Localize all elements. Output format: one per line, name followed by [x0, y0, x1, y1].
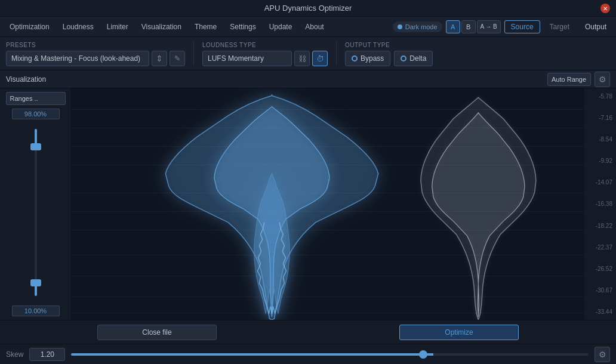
b-button[interactable]: B [461, 20, 476, 33]
target-visualization [421, 97, 536, 320]
db-scale: -5.78 -7.16 -8.54 -9.92 -14.07 -16.38 -1… [583, 88, 616, 320]
app-title: APU Dynamics Optimizer [264, 4, 352, 13]
viz-body: Ranges .. 98.00% 10.00% [0, 88, 616, 320]
db-label-8: -22.37 [587, 244, 612, 251]
skew-slider[interactable] [71, 353, 589, 356]
slider-bottom-value: 10.00% [12, 306, 60, 316]
loudness-controls: LUFS Momentary ⛓ ⏱ [202, 51, 328, 66]
timer-icon-button[interactable]: ⏱ [312, 51, 328, 66]
menu-item-about[interactable]: About [299, 20, 329, 33]
source-button[interactable]: Source [504, 20, 540, 33]
dark-mode-dot [398, 24, 402, 29]
source-visualization [165, 94, 378, 320]
slider-container [0, 123, 71, 302]
output-type-group: Output type Bypass Delta [345, 42, 433, 65]
radio-dot-bypass [352, 55, 358, 61]
ab-buttons: A B A → B [446, 20, 501, 33]
left-panel: Ranges .. 98.00% 10.00% [0, 88, 72, 320]
menu-item-update[interactable]: Update [263, 20, 298, 33]
viz-section: Visualization Auto Range ⚙ Ranges .. 98.… [0, 70, 616, 344]
viz-settings-button[interactable]: ⚙ [595, 72, 610, 87]
db-label-9: -26.52 [587, 266, 612, 272]
radio-delta[interactable]: Delta [394, 51, 433, 66]
slider-thumb-bottom[interactable] [30, 279, 41, 286]
controls-row: Presets Mixing & Mastering - Focus (look… [0, 37, 616, 70]
menu-item-visualization[interactable]: Visualization [135, 20, 187, 33]
skew-label: Skew [6, 350, 23, 359]
a-button[interactable]: A [446, 20, 460, 33]
separator-2 [336, 42, 337, 65]
radio-dot-delta [401, 55, 406, 61]
menu-item-theme[interactable]: Theme [189, 20, 223, 33]
skew-bar: Skew 1.20 ⚙ [0, 344, 616, 364]
menu-bar: Optimization Loudness Limiter Visualizat… [0, 17, 616, 37]
preset-edit-button[interactable]: ✎ [170, 51, 185, 66]
target-button[interactable]: Target [544, 21, 575, 33]
presets-label: Presets [6, 42, 185, 48]
radio-bypass-label: Bypass [361, 54, 384, 63]
db-label-2: -7.16 [587, 115, 612, 121]
dark-mode-toggle[interactable]: Dark mode [393, 21, 442, 32]
radio-group: Bypass Delta [345, 51, 433, 66]
loudness-type-group: Loudness type LUFS Momentary ⛓ ⏱ [202, 42, 328, 65]
slider-top-value: 98.00% [12, 109, 60, 119]
viz-svg [72, 88, 616, 320]
db-label-7: -18.22 [587, 223, 612, 229]
skew-value[interactable]: 1.20 [29, 348, 65, 361]
optimize-button[interactable]: Optimize [399, 325, 519, 340]
slider-thumb-top[interactable] [30, 143, 41, 150]
range-dropdown[interactable]: Ranges .. [6, 92, 66, 105]
main-viz: -5.78 -7.16 -8.54 -9.92 -14.07 -16.38 -1… [72, 88, 616, 320]
menu-item-optimization[interactable]: Optimization [4, 20, 56, 33]
link-icon-button[interactable]: ⛓ [294, 51, 310, 66]
skew-settings-button[interactable]: ⚙ [595, 347, 610, 362]
db-label-11: -33.44 [587, 309, 612, 315]
preset-arrow-button[interactable]: ⇕ [152, 51, 167, 66]
menu-item-limiter[interactable]: Limiter [101, 20, 134, 33]
presets-group: Presets Mixing & Mastering - Focus (look… [6, 42, 185, 65]
slider-track[interactable] [35, 129, 37, 296]
separator-1 [193, 42, 194, 65]
app-container: APU Dynamics Optimizer ✕ Optimization Lo… [0, 0, 616, 364]
viz-header-right: Auto Range ⚙ [547, 72, 610, 87]
menu-item-settings[interactable]: Settings [224, 20, 261, 33]
menu-item-loudness[interactable]: Loudness [57, 20, 100, 33]
title-bar: APU Dynamics Optimizer ✕ [0, 0, 616, 17]
db-label-5: -14.07 [587, 179, 612, 186]
bottom-buttons: Close file Optimize [0, 320, 616, 344]
viz-header: Visualization Auto Range ⚙ [0, 70, 616, 88]
presets-controls: Mixing & Mastering - Focus (look-ahead) … [6, 51, 185, 66]
close-button[interactable]: ✕ [600, 4, 610, 13]
dark-mode-label: Dark mode [405, 23, 438, 30]
radio-delta-label: Delta [409, 54, 426, 63]
loudness-select[interactable]: LUFS Momentary [202, 51, 292, 66]
radio-bypass[interactable]: Bypass [345, 51, 390, 66]
preset-select[interactable]: Mixing & Mastering - Focus (look-ahead) [6, 51, 149, 66]
auto-range-select[interactable]: Auto Range [547, 73, 591, 86]
db-label-10: -30.67 [587, 287, 612, 294]
menu-right: Dark mode A B A → B Source Target Output [393, 20, 612, 33]
skew-thumb[interactable] [419, 350, 427, 359]
viz-title: Visualization [6, 75, 46, 84]
output-button[interactable]: Output [579, 21, 612, 33]
output-type-label: Output type [345, 42, 433, 48]
loudness-type-label: Loudness type [202, 42, 328, 48]
db-label-3: -8.54 [587, 136, 612, 143]
ab-button[interactable]: A → B [477, 20, 501, 33]
db-label-4: -9.92 [587, 158, 612, 164]
db-label-1: -5.78 [587, 93, 612, 100]
close-file-button[interactable]: Close file [97, 325, 217, 340]
db-label-6: -16.38 [587, 200, 612, 207]
